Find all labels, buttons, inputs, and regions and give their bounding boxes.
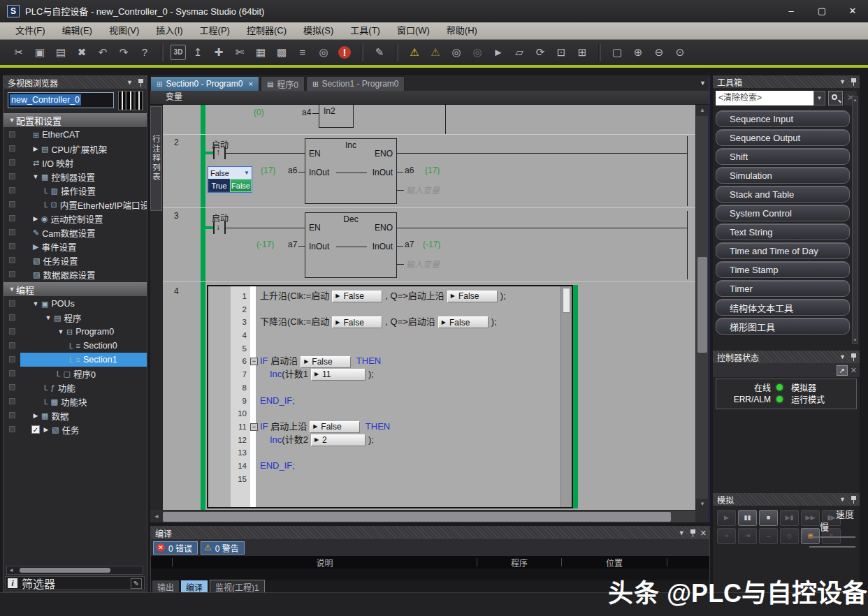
io-map-icon[interactable]: ▦ (252, 44, 270, 61)
delete-icon[interactable]: ✖ (73, 44, 91, 61)
filter-bar[interactable]: i 筛选器 ✎ (5, 576, 145, 590)
collapse-icon[interactable]: ▼ (839, 496, 846, 503)
toolbox-category[interactable]: Sequence Input (716, 110, 850, 127)
rung3-ghost-input[interactable]: 输入变量 (406, 258, 440, 270)
help-icon[interactable]: ? (136, 44, 154, 61)
search-icon[interactable]: ◎ (314, 44, 333, 61)
st-line-14[interactable]: END_IF; (260, 460, 560, 473)
scroll-thumb[interactable] (697, 257, 707, 353)
expand-icon[interactable]: ↗ (837, 365, 848, 376)
tree-item[interactable]: ▼ 配置和设置 (3, 113, 147, 127)
toolbox-category[interactable]: Timer (716, 280, 850, 297)
set-false-button[interactable]: False (230, 179, 252, 192)
offline-icon[interactable]: ▱ (510, 44, 528, 61)
editor-hscrollbar[interactable]: ◄ (150, 510, 708, 522)
pin-icon[interactable] (851, 496, 857, 504)
warning-icon[interactable]: ⚠ (405, 44, 424, 61)
warning2-icon[interactable]: ⚠ (426, 44, 444, 61)
scroll-down-icon[interactable]: ▼ (853, 338, 858, 342)
expand-arrow-icon[interactable]: ▼ (8, 117, 16, 124)
scroll-right-icon[interactable] (695, 511, 708, 522)
menu-item[interactable]: 编辑(E) (54, 22, 101, 39)
paste-icon[interactable]: ▤ (52, 44, 70, 61)
monitor2-icon[interactable]: ⊞ (573, 44, 591, 61)
tree-item[interactable]: ▶ ▦ 数据 (3, 409, 147, 423)
expand-arrow-icon[interactable]: ▼ (44, 314, 52, 321)
tool-icon[interactable]: ✚ (210, 44, 228, 61)
value-button[interactable]: ▶11 (311, 369, 366, 381)
st-code-area[interactable]: 上升沿(Clk:=启动▶False, Q=>启动上沿▶False); 下降沿(C… (260, 286, 560, 507)
find-icon[interactable]: ◎ (447, 44, 465, 61)
tree-item[interactable]: L ⊡ 内置EtherNet/IP端口设置 (3, 198, 147, 212)
menu-item[interactable]: 文件(F) (7, 22, 54, 39)
dropdown-icon[interactable]: ▼ (244, 170, 249, 176)
rung3-right-variable[interactable]: a7 (405, 240, 414, 249)
rung1-block[interactable]: In2 (319, 105, 354, 128)
tree-item[interactable]: ▼ 编程 (3, 282, 147, 296)
maximize-button[interactable]: ▢ (806, 1, 837, 22)
toolbox-category[interactable]: Time Stamp (716, 261, 850, 278)
fold-icon[interactable]: − (250, 358, 258, 365)
tree-item[interactable]: ▼ ⊟ Program0 (3, 325, 147, 339)
tree-item[interactable]: L ▩ 功能块 (3, 395, 147, 409)
pointer-hand-icon[interactable]: ◇ (780, 528, 799, 544)
scroll-thumb[interactable] (20, 568, 110, 573)
table-icon[interactable]: ▩ (273, 44, 291, 61)
tab-section0-program0[interactable]: ⊞ Section0 - Program0 × (150, 76, 259, 91)
menu-item[interactable]: 模拟(S) (295, 22, 342, 39)
st-vscrollbar[interactable] (560, 286, 572, 507)
toolbox-category[interactable]: 梯形图工具 (716, 318, 850, 335)
tree-item[interactable]: L ≡ Section1 (3, 353, 147, 367)
copy-icon[interactable]: ▣ (31, 44, 49, 61)
scroll-left-icon[interactable]: ◄ (150, 511, 163, 522)
zoom-out-icon[interactable]: ⊖ (650, 44, 668, 61)
tab-output[interactable]: 输出 (152, 580, 179, 594)
st-line-11[interactable]: −IF 启动上沿▶False THEN (260, 420, 560, 434)
expand-arrow-icon[interactable]: ▼ (31, 300, 40, 307)
toolbox-category[interactable]: System Control (716, 205, 850, 221)
zoom-100-icon[interactable]: ⊙ (671, 44, 689, 61)
warnings-badge[interactable]: ⚠ 0 警告 (201, 541, 245, 555)
pin-icon[interactable] (138, 79, 144, 87)
sync-error-icon[interactable]: ! (338, 46, 351, 59)
tree-item[interactable]: ⇄ I/O 映射 (3, 156, 147, 170)
rung2-left-variable[interactable]: a6 (288, 166, 297, 175)
scroll-thumb[interactable] (163, 512, 671, 522)
collapse-icon[interactable]: ▼ (126, 79, 133, 86)
menu-item[interactable]: 视图(V) (101, 22, 147, 39)
scroll-up-icon[interactable]: ▲ (696, 105, 709, 116)
expand-arrow-icon[interactable]: ▼ (8, 286, 16, 293)
popup-current-value[interactable]: False ▼ (208, 167, 252, 179)
column-description[interactable]: 说明 (173, 557, 477, 569)
expand-arrow-icon[interactable]: ▶ (31, 412, 40, 419)
menu-item[interactable]: 工具(T) (342, 22, 389, 39)
scroll-thumb[interactable] (563, 288, 570, 313)
tree-item[interactable]: ▶ 事件设置 (3, 240, 147, 254)
pin-icon[interactable] (851, 78, 857, 86)
close-panel-icon[interactable]: ✕ (700, 529, 707, 538)
chart-icon[interactable]: ≡ (294, 44, 312, 61)
toolbox-category[interactable]: Sequence Output (716, 129, 850, 146)
tab-program0[interactable]: ▤ 程序0 (261, 76, 305, 91)
menu-item[interactable]: 帮助(H) (438, 22, 486, 39)
fit-zoom-icon[interactable]: ▢ (608, 44, 626, 61)
task-checkbox[interactable]: ✓ (31, 425, 40, 434)
tab-section1-program0[interactable]: ⊞ Section1 - Program0 (306, 76, 405, 91)
pause-icon[interactable]: ▮▮ (738, 510, 757, 526)
step-icon[interactable]: ▶▮ (780, 510, 799, 526)
scroll-down-icon[interactable]: ▼ (696, 499, 709, 510)
st-line-9[interactable]: END_IF; (260, 395, 560, 408)
value-button[interactable]: ▶False (332, 316, 382, 328)
speed-slider-track[interactable] (809, 546, 855, 548)
sync-icon[interactable]: ⟳ (531, 44, 549, 61)
st-line-3[interactable]: 下降沿(Clk:=启动▶False, Q=>启动沿▶False); (260, 316, 560, 329)
scroll-left-icon[interactable]: ◄ (8, 566, 14, 574)
expand-arrow-icon[interactable]: ▶ (31, 145, 40, 152)
rung2-rising-edge-contact[interactable]: ↑ (213, 147, 226, 159)
search-dropdown-icon[interactable]: ▼ (813, 91, 825, 105)
toolbox-scrollbar[interactable]: ▲ ▼ (852, 96, 858, 344)
value-button[interactable]: ▶2 (311, 434, 366, 446)
tree-item[interactable]: ▶ ◉ 运动控制设置 (3, 212, 147, 226)
rung3-falling-edge-contact[interactable]: ↓ (213, 221, 226, 234)
rung1-variable[interactable]: a4 (302, 108, 311, 117)
